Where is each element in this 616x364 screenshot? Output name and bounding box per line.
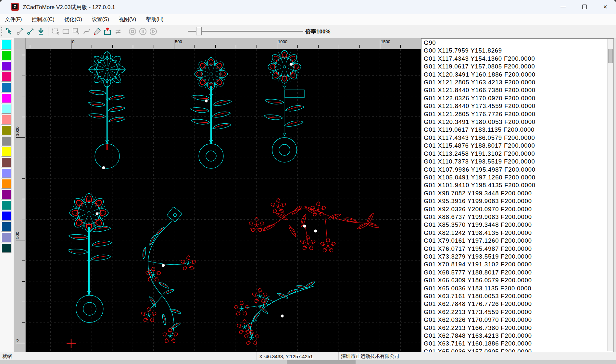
zoom-ratio-label: 倍率100% xyxy=(305,28,330,35)
align-lines-icon xyxy=(114,27,122,36)
palette-swatch-8[interactable] xyxy=(1,125,11,135)
ruler-label: 0 xyxy=(15,339,20,342)
menu-item-2[interactable]: 优化(O) xyxy=(59,14,87,25)
probe-tool-2-button[interactable] xyxy=(25,26,36,37)
palette-swatch-13[interactable] xyxy=(1,179,11,189)
palette-swatch-16[interactable] xyxy=(1,211,11,221)
palette-swatch-2[interactable] xyxy=(1,61,11,71)
palette-swatch-0[interactable] xyxy=(1,40,11,50)
ruler-tick xyxy=(16,137,25,138)
status-company: 深圳市正运动技术有限公司 xyxy=(338,352,616,360)
capture-region-icon xyxy=(51,27,60,36)
palette-swatch-17[interactable] xyxy=(1,222,11,232)
palette-swatch-14[interactable] xyxy=(1,189,11,200)
ruler-tick xyxy=(380,40,380,49)
frame-icon xyxy=(62,27,70,36)
play-circle-icon xyxy=(149,27,158,36)
palette-swatch-19[interactable] xyxy=(1,243,11,253)
paste-arrow-icon xyxy=(72,27,81,36)
mark-region-button[interactable] xyxy=(102,26,113,37)
horizontal-scrollbar-thumb[interactable] xyxy=(287,360,356,364)
gcode-panel[interactable]: G90 G00 X115.7959 Y151.8269 G01 X117.434… xyxy=(421,38,614,352)
ruler-tick xyxy=(22,158,25,158)
ruler-tick xyxy=(22,199,25,199)
ruler-tick xyxy=(133,45,133,48)
stop-circle-icon xyxy=(128,27,137,36)
curve-button[interactable] xyxy=(82,26,92,37)
ruler-tick xyxy=(400,45,401,48)
menu-item-4[interactable]: 视图(V) xyxy=(114,14,141,25)
ruler-tick xyxy=(318,45,319,48)
ruler-label: 1000 xyxy=(278,39,287,44)
palette-swatch-15[interactable] xyxy=(1,200,11,210)
menu-item-3[interactable]: 设置(S) xyxy=(87,14,114,25)
stop-button[interactable] xyxy=(127,26,138,37)
paste-region-button[interactable] xyxy=(71,26,82,37)
minimize-button[interactable]: — xyxy=(556,1,571,12)
palette-swatch-4[interactable] xyxy=(1,82,11,92)
ruler-tick xyxy=(16,343,25,343)
align-button[interactable] xyxy=(113,26,123,37)
probe-pen-2-icon xyxy=(26,27,35,36)
palette-swatch-18[interactable] xyxy=(1,232,11,242)
import-button[interactable] xyxy=(36,26,46,37)
speed-slider[interactable] xyxy=(188,25,303,38)
ruler-label: 500 xyxy=(175,39,182,44)
ruler-tick xyxy=(154,45,154,48)
cad-drawing xyxy=(26,49,421,352)
select-arrow-icon xyxy=(6,27,14,36)
ruler-tick xyxy=(236,45,236,48)
scrollbar-thumb[interactable] xyxy=(608,49,613,63)
marked-box-icon xyxy=(103,27,112,36)
slider-thumb[interactable] xyxy=(196,27,202,35)
slider-track xyxy=(188,31,303,32)
ruler-tick xyxy=(22,322,25,323)
status-bar: 就绪 X:-46.3433, Y:1257.4251 深圳市正运动技术有限公司 xyxy=(0,352,616,360)
palette-swatch-5[interactable] xyxy=(1,93,11,103)
ruler-tick xyxy=(16,240,25,240)
toolbar-separator xyxy=(48,27,48,36)
menu-item-5[interactable]: 帮助(H) xyxy=(141,14,168,25)
status-ready: 就绪 xyxy=(0,352,257,360)
palette-swatch-6[interactable] xyxy=(1,104,11,114)
probe-tool-button[interactable] xyxy=(15,26,25,37)
pause-circle-icon xyxy=(138,27,147,36)
palette-swatch-9[interactable] xyxy=(1,136,11,146)
pen-button[interactable] xyxy=(92,26,102,37)
ruler-tick xyxy=(22,178,25,179)
window-right-edge xyxy=(614,38,616,352)
menu-item-0[interactable]: 文件(F) xyxy=(0,14,27,25)
ruler-tick xyxy=(339,45,339,48)
close-button[interactable]: ✕ xyxy=(598,1,613,12)
top-ruler: 050010001500 xyxy=(26,38,421,49)
cad-canvas[interactable] xyxy=(26,49,421,352)
palette-swatch-3[interactable] xyxy=(1,72,11,82)
bottom-strip xyxy=(0,360,616,364)
ruler-corner xyxy=(14,38,26,49)
gcode-text: G90 G00 X115.7959 Y151.8269 G01 X117.434… xyxy=(421,39,613,352)
menu-item-1[interactable]: 控制器(C) xyxy=(27,14,59,25)
play-button[interactable] xyxy=(148,26,158,37)
palette-swatch-7[interactable] xyxy=(1,115,11,125)
frame-button[interactable] xyxy=(61,26,71,37)
palette-swatch-10[interactable] xyxy=(1,147,11,157)
palette-swatch-11[interactable] xyxy=(1,157,11,167)
ruler-tick xyxy=(22,302,25,302)
app-logo-icon: Z xyxy=(11,3,19,11)
ruler-tick xyxy=(215,45,216,48)
s-curve-icon xyxy=(82,27,91,36)
capture-button[interactable] xyxy=(50,26,61,37)
toolbar-separator xyxy=(125,27,125,36)
palette-swatch-12[interactable] xyxy=(1,168,11,178)
pause-button[interactable] xyxy=(138,26,148,37)
palette-swatch-1[interactable] xyxy=(1,50,11,60)
status-coordinates: X:-46.3433, Y:1257.4251 xyxy=(257,352,338,360)
ruler-tick xyxy=(112,45,113,48)
gcode-scrollbar[interactable] xyxy=(607,39,613,351)
ruler-tick xyxy=(22,220,25,220)
select-tool-button[interactable] xyxy=(5,26,15,37)
ruler-tick xyxy=(22,76,25,76)
maximize-button[interactable] xyxy=(577,1,592,12)
ruler-tick xyxy=(22,261,25,261)
ruler-label: 0 xyxy=(72,39,74,44)
